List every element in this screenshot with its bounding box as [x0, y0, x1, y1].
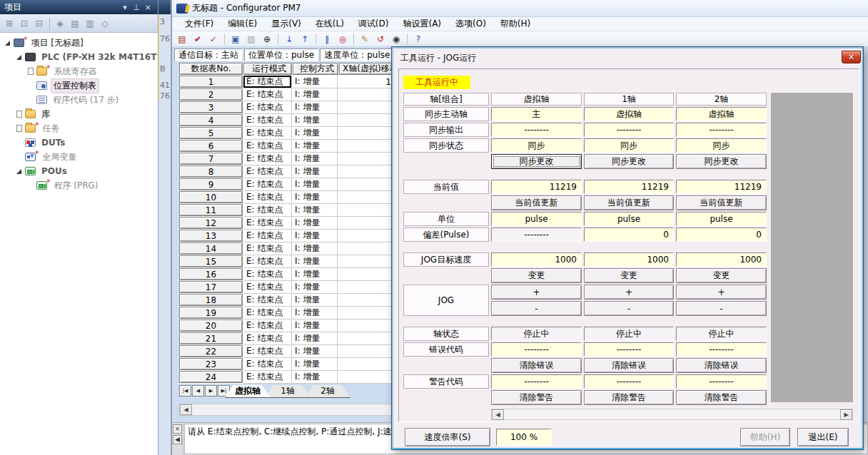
clear-error-1轴-button[interactable]: 清除错误	[584, 358, 674, 373]
copy-icon[interactable]: ▣	[228, 33, 243, 46]
origin-position-icon[interactable]: ◎	[335, 33, 350, 46]
current-update-1轴-button[interactable]: 当前值更新	[584, 195, 674, 210]
run-mode-cell[interactable]: E: 结束点	[243, 140, 292, 153]
run-mode-cell[interactable]: E: 结束点	[243, 153, 292, 165]
x-axis-move-cell[interactable]	[338, 268, 395, 281]
run-mode-cell[interactable]: E: 结束点	[243, 371, 292, 384]
menu-item-O[interactable]: 选项(O)	[448, 16, 493, 31]
run-mode-cell[interactable]: E: 结束点	[243, 127, 292, 140]
row-number-cell[interactable]: 7	[179, 153, 243, 165]
paste-icon[interactable]: ▨	[244, 33, 258, 46]
menu-item-A[interactable]: 轴设置(A)	[395, 16, 448, 31]
x-axis-move-cell[interactable]	[338, 255, 395, 268]
control-method-cell[interactable]: I: 增量	[292, 217, 338, 230]
jog-plus-虚拟轴-button[interactable]: +	[491, 285, 582, 300]
run-mode-cell[interactable]: E: 结束点	[243, 358, 292, 371]
run-mode-cell[interactable]: E: 结束点	[243, 101, 292, 114]
download-to-plc-icon[interactable]: ↓	[282, 33, 296, 46]
row-number-cell[interactable]: 15	[179, 255, 243, 267]
dialog-close-icon[interactable]: ✕	[842, 51, 861, 63]
x-axis-move-cell[interactable]	[338, 165, 395, 178]
tree-expander-icon[interactable]	[16, 53, 23, 61]
row-number-cell[interactable]: 18	[179, 294, 243, 306]
control-method-cell[interactable]: I: 增量	[292, 153, 338, 165]
row-number-cell[interactable]: 17	[179, 281, 243, 293]
row-number-cell[interactable]: 24	[179, 371, 243, 383]
tree-item[interactable]: PLC (FP-XH 32k M4T16T	[0, 50, 158, 64]
pin-icon[interactable]: ⊥	[131, 3, 142, 12]
tree-item[interactable]: *程序 (PRG)	[0, 178, 158, 193]
row-number-cell[interactable]: 16	[179, 268, 243, 280]
control-method-cell[interactable]: I: 增量	[292, 230, 338, 242]
x-axis-move-cell[interactable]: 1	[338, 76, 395, 88]
control-method-cell[interactable]: I: 增量	[292, 76, 338, 88]
clear-warning-2轴-button[interactable]: 清除警告	[676, 390, 767, 405]
tree-item[interactable]: 位置控制表	[0, 78, 158, 93]
run-pause-icon[interactable]: ∥	[320, 33, 334, 46]
add-device-icon[interactable]: ⊡	[18, 17, 31, 30]
close-message-button[interactable]: ×	[173, 424, 182, 434]
x-axis-move-cell[interactable]	[338, 358, 395, 371]
row-number-cell[interactable]: 13	[179, 230, 243, 242]
menu-item-L[interactable]: 在线(L)	[308, 16, 351, 31]
x-axis-move-cell[interactable]	[338, 140, 395, 153]
run-mode-cell[interactable]: E: 结束点	[243, 204, 292, 217]
control-method-cell[interactable]: I: 增量	[292, 242, 338, 255]
control-method-cell[interactable]: I: 增量	[292, 268, 338, 281]
help-icon[interactable]: ?	[411, 33, 425, 46]
x-axis-move-cell[interactable]	[338, 371, 395, 384]
tree-expander-icon[interactable]	[16, 168, 23, 175]
row-number-cell[interactable]: 9	[179, 178, 243, 190]
x-axis-move-cell[interactable]	[338, 88, 395, 101]
jog-speed-change-虚拟轴-button[interactable]: 变更	[491, 268, 582, 283]
run-mode-cell[interactable]: E: 结束点	[243, 332, 292, 345]
control-method-cell[interactable]: I: 增量	[292, 101, 338, 114]
run-mode-cell[interactable]: E: 结束点	[243, 255, 292, 268]
run-mode-cell[interactable]: E: 结束点	[243, 76, 292, 88]
control-method-cell[interactable]: I: 增量	[292, 140, 338, 153]
tab-虚拟轴[interactable]: 虚拟轴	[225, 385, 271, 398]
table-header-mode[interactable]: 运行模式	[243, 63, 292, 75]
x-axis-move-cell[interactable]	[338, 217, 395, 230]
control-method-cell[interactable]: I: 增量	[292, 204, 338, 217]
jog-speed-change-1轴-button[interactable]: 变更	[584, 268, 674, 283]
run-mode-cell[interactable]: E: 结束点	[243, 345, 292, 358]
library-edit-icon[interactable]: ▥	[84, 17, 96, 30]
x-axis-move-cell[interactable]	[338, 114, 395, 127]
dialog-horizontal-scrollbar[interactable]: ◀ ▶	[491, 409, 853, 420]
upload-from-plc-icon[interactable]: ↑	[298, 33, 312, 46]
control-method-cell[interactable]: I: 增量	[292, 88, 338, 101]
x-axis-move-cell[interactable]	[338, 153, 395, 165]
run-mode-cell[interactable]: E: 结束点	[243, 88, 292, 101]
x-axis-move-cell[interactable]	[338, 191, 395, 204]
clear-error-2轴-button[interactable]: 清除错误	[676, 358, 767, 373]
monitor-icon[interactable]: ◉	[389, 33, 403, 46]
library-icon[interactable]: ◇	[99, 17, 111, 30]
menu-item-D[interactable]: 调试(D)	[351, 16, 396, 31]
next-tab-button[interactable]: ▶	[205, 385, 217, 397]
x-axis-move-cell[interactable]	[338, 281, 395, 294]
tree-expander-icon[interactable]	[4, 39, 11, 46]
run-mode-cell[interactable]: E: 结束点	[243, 268, 292, 281]
tab-2轴[interactable]: 2轴	[305, 385, 350, 398]
tree-item[interactable]: 库	[0, 107, 158, 121]
jog-plus-1轴-button[interactable]: +	[584, 285, 674, 300]
jog-dialog-titlebar[interactable]: 工具运行 - JOG运行	[393, 48, 862, 67]
row-number-cell[interactable]: 5	[179, 127, 243, 139]
run-mode-cell[interactable]: E: 结束点	[243, 178, 292, 191]
current-update-2轴-button[interactable]: 当前值更新	[676, 195, 767, 210]
dialog-scroll-right-button[interactable]: ▶	[840, 409, 852, 420]
tree-item[interactable]: *任务	[0, 121, 158, 136]
speed-rate-button[interactable]: 速度倍率(S)	[405, 428, 490, 446]
x-axis-move-cell[interactable]	[338, 294, 395, 307]
table-header-no[interactable]: 数据表No.	[179, 63, 243, 75]
prev-tab-button[interactable]: ◀	[192, 385, 204, 397]
control-method-cell[interactable]: I: 增量	[292, 178, 338, 191]
row-number-cell[interactable]: 2	[179, 88, 243, 101]
tree-item[interactable]: *全局变量	[0, 150, 158, 164]
jog-minus-虚拟轴-button[interactable]: -	[491, 301, 582, 316]
exit-button[interactable]: 退出(E)	[797, 428, 849, 446]
row-number-cell[interactable]: 6	[179, 140, 243, 152]
delete-device-icon[interactable]: ⊟	[33, 17, 46, 30]
run-mode-cell[interactable]: E: 结束点	[243, 319, 292, 332]
